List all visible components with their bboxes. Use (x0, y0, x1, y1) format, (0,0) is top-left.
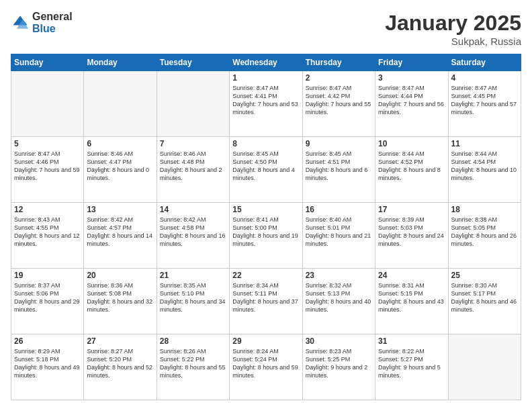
col-saturday: Saturday (448, 54, 521, 71)
cell-w0-d1 (84, 71, 157, 137)
calendar-title: January 2025 (385, 11, 521, 36)
col-tuesday: Tuesday (157, 54, 229, 71)
cell-w0-d3: 1Sunrise: 8:47 AM Sunset: 4:41 PM Daylig… (230, 71, 302, 137)
day-number: 28 (160, 336, 226, 346)
cell-w1-d4: 9Sunrise: 8:45 AM Sunset: 4:51 PM Daylig… (302, 137, 375, 203)
cell-info: Sunrise: 8:45 AM Sunset: 4:50 PM Dayligh… (232, 150, 299, 183)
week-row-0: 1Sunrise: 8:47 AM Sunset: 4:41 PM Daylig… (11, 71, 521, 137)
col-monday: Monday (84, 54, 157, 71)
cell-w4-d5: 31Sunrise: 8:22 AM Sunset: 5:27 PM Dayli… (375, 334, 448, 400)
day-number: 20 (87, 271, 153, 280)
col-wednesday: Wednesday (230, 54, 302, 71)
cell-w3-d0: 19Sunrise: 8:37 AM Sunset: 5:06 PM Dayli… (11, 269, 84, 334)
cell-info: Sunrise: 8:29 AM Sunset: 5:18 PM Dayligh… (14, 347, 81, 380)
logo-general: General (32, 11, 73, 23)
col-friday: Friday (375, 54, 448, 71)
day-number: 26 (14, 336, 81, 346)
cell-info: Sunrise: 8:27 AM Sunset: 5:20 PM Dayligh… (87, 347, 153, 380)
cell-w3-d5: 24Sunrise: 8:31 AM Sunset: 5:15 PM Dayli… (375, 269, 448, 334)
day-number: 10 (378, 139, 445, 148)
cell-w0-d6: 4Sunrise: 8:47 AM Sunset: 4:45 PM Daylig… (448, 71, 521, 137)
logo-icon (11, 13, 30, 32)
cell-w4-d3: 29Sunrise: 8:24 AM Sunset: 5:24 PM Dayli… (230, 334, 302, 400)
day-number: 17 (378, 205, 445, 214)
cell-w1-d0: 5Sunrise: 8:47 AM Sunset: 4:46 PM Daylig… (11, 137, 84, 203)
week-row-3: 19Sunrise: 8:37 AM Sunset: 5:06 PM Dayli… (11, 269, 521, 334)
day-number: 22 (232, 271, 299, 280)
cell-w0-d4: 2Sunrise: 8:47 AM Sunset: 4:42 PM Daylig… (302, 71, 375, 137)
cell-w1-d6: 11Sunrise: 8:44 AM Sunset: 4:54 PM Dayli… (448, 137, 521, 203)
day-number: 13 (87, 205, 153, 214)
cell-info: Sunrise: 8:47 AM Sunset: 4:41 PM Dayligh… (232, 84, 299, 117)
cell-w2-d4: 16Sunrise: 8:40 AM Sunset: 5:01 PM Dayli… (302, 203, 375, 269)
calendar-table: Sunday Monday Tuesday Wednesday Thursday… (11, 54, 521, 400)
day-number: 7 (160, 139, 226, 148)
day-number: 1 (232, 73, 299, 83)
day-number: 27 (87, 336, 153, 346)
cell-info: Sunrise: 8:39 AM Sunset: 5:03 PM Dayligh… (378, 216, 445, 248)
cell-w2-d3: 15Sunrise: 8:41 AM Sunset: 5:00 PM Dayli… (230, 203, 302, 269)
cell-w2-d1: 13Sunrise: 8:42 AM Sunset: 4:57 PM Dayli… (84, 203, 157, 269)
week-row-2: 12Sunrise: 8:43 AM Sunset: 4:55 PM Dayli… (11, 203, 521, 269)
cell-info: Sunrise: 8:47 AM Sunset: 4:44 PM Dayligh… (378, 84, 445, 117)
cell-info: Sunrise: 8:36 AM Sunset: 5:08 PM Dayligh… (87, 281, 153, 314)
cell-info: Sunrise: 8:42 AM Sunset: 4:57 PM Dayligh… (87, 216, 153, 248)
cell-w1-d5: 10Sunrise: 8:44 AM Sunset: 4:52 PM Dayli… (375, 137, 448, 203)
cell-info: Sunrise: 8:30 AM Sunset: 5:17 PM Dayligh… (451, 281, 518, 314)
day-number: 23 (306, 271, 372, 280)
title-block: January 2025 Sukpak, Russia (385, 11, 521, 47)
cell-info: Sunrise: 8:44 AM Sunset: 4:54 PM Dayligh… (451, 150, 518, 183)
cell-info: Sunrise: 8:42 AM Sunset: 4:58 PM Dayligh… (160, 216, 226, 248)
day-number: 19 (14, 271, 81, 280)
header: General Blue January 2025 Sukpak, Russia (11, 11, 521, 47)
day-number: 31 (378, 336, 445, 346)
week-row-1: 5Sunrise: 8:47 AM Sunset: 4:46 PM Daylig… (11, 137, 521, 203)
cell-info: Sunrise: 8:46 AM Sunset: 4:48 PM Dayligh… (160, 150, 226, 183)
day-number: 29 (232, 336, 299, 346)
cell-w1-d2: 7Sunrise: 8:46 AM Sunset: 4:48 PM Daylig… (157, 137, 229, 203)
day-number: 4 (451, 73, 518, 83)
day-number: 8 (232, 139, 299, 148)
day-number: 12 (14, 205, 81, 214)
cell-w2-d2: 14Sunrise: 8:42 AM Sunset: 4:58 PM Dayli… (157, 203, 229, 269)
cell-info: Sunrise: 8:43 AM Sunset: 4:55 PM Dayligh… (14, 216, 81, 248)
day-number: 2 (306, 73, 372, 83)
day-number: 21 (160, 271, 226, 280)
cell-w2-d0: 12Sunrise: 8:43 AM Sunset: 4:55 PM Dayli… (11, 203, 84, 269)
col-thursday: Thursday (302, 54, 375, 71)
cell-w3-d6: 25Sunrise: 8:30 AM Sunset: 5:17 PM Dayli… (448, 269, 521, 334)
cell-w3-d4: 23Sunrise: 8:32 AM Sunset: 5:13 PM Dayli… (302, 269, 375, 334)
cell-info: Sunrise: 8:47 AM Sunset: 4:45 PM Dayligh… (451, 84, 518, 117)
cell-info: Sunrise: 8:22 AM Sunset: 5:27 PM Dayligh… (378, 347, 445, 380)
cell-info: Sunrise: 8:47 AM Sunset: 4:46 PM Dayligh… (14, 150, 81, 183)
cell-info: Sunrise: 8:32 AM Sunset: 5:13 PM Dayligh… (306, 281, 372, 314)
cell-w1-d1: 6Sunrise: 8:46 AM Sunset: 4:47 PM Daylig… (84, 137, 157, 203)
page: General Blue January 2025 Sukpak, Russia… (0, 0, 532, 411)
day-number: 30 (306, 336, 372, 346)
cell-w0-d0 (11, 71, 84, 137)
cell-info: Sunrise: 8:41 AM Sunset: 5:00 PM Dayligh… (232, 216, 299, 248)
day-number: 5 (14, 139, 81, 148)
cell-w3-d3: 22Sunrise: 8:34 AM Sunset: 5:11 PM Dayli… (230, 269, 302, 334)
cell-info: Sunrise: 8:23 AM Sunset: 5:25 PM Dayligh… (306, 347, 372, 380)
logo-text: General Blue (32, 11, 73, 34)
cell-w0-d2 (157, 71, 229, 137)
logo: General Blue (11, 11, 73, 34)
cell-info: Sunrise: 8:46 AM Sunset: 4:47 PM Dayligh… (87, 150, 153, 183)
cell-w4-d0: 26Sunrise: 8:29 AM Sunset: 5:18 PM Dayli… (11, 334, 84, 400)
cell-info: Sunrise: 8:31 AM Sunset: 5:15 PM Dayligh… (378, 281, 445, 314)
day-number: 25 (451, 271, 518, 280)
cell-w1-d3: 8Sunrise: 8:45 AM Sunset: 4:50 PM Daylig… (230, 137, 302, 203)
day-number: 6 (87, 139, 153, 148)
cell-w4-d4: 30Sunrise: 8:23 AM Sunset: 5:25 PM Dayli… (302, 334, 375, 400)
cell-info: Sunrise: 8:24 AM Sunset: 5:24 PM Dayligh… (232, 347, 299, 380)
logo-blue: Blue (32, 23, 73, 35)
cell-info: Sunrise: 8:47 AM Sunset: 4:42 PM Dayligh… (306, 84, 372, 117)
cell-info: Sunrise: 8:40 AM Sunset: 5:01 PM Dayligh… (306, 216, 372, 248)
cell-info: Sunrise: 8:44 AM Sunset: 4:52 PM Dayligh… (378, 150, 445, 183)
col-sunday: Sunday (11, 54, 84, 71)
cell-info: Sunrise: 8:45 AM Sunset: 4:51 PM Dayligh… (306, 150, 372, 183)
day-number: 14 (160, 205, 226, 214)
day-number: 15 (232, 205, 299, 214)
cell-info: Sunrise: 8:34 AM Sunset: 5:11 PM Dayligh… (232, 281, 299, 314)
